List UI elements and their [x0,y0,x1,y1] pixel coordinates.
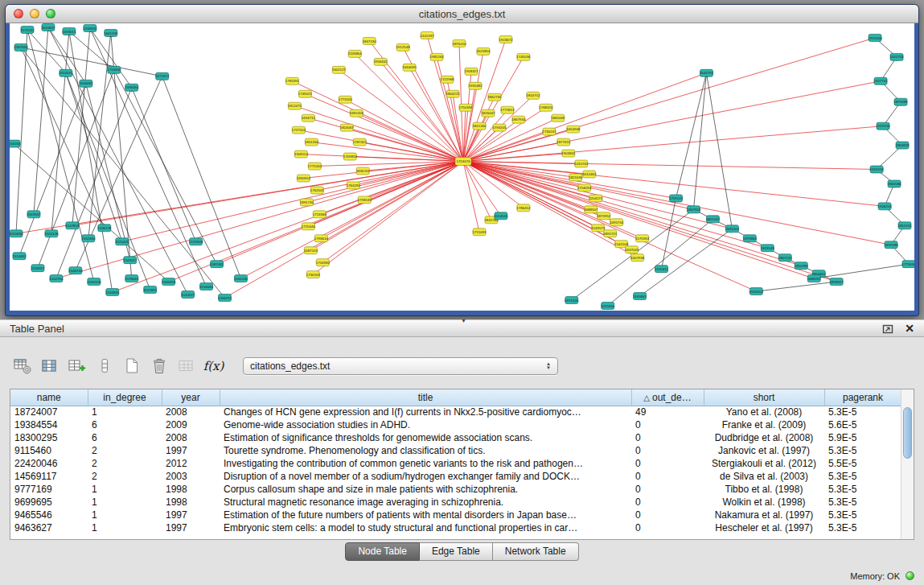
graph-node[interactable]: 1826047 [481,109,495,117]
graph-node[interactable]: 1602127 [332,66,347,73]
graph-edge[interactable] [56,162,463,279]
graph-node[interactable]: 1873952 [597,212,611,220]
tab-network-table[interactable]: Network Table [493,542,579,561]
graph-node[interactable]: 1903841 [561,150,576,157]
graph-edge[interactable] [225,162,463,299]
graph-node[interactable]: 1958327 [464,68,478,75]
graph-edge[interactable] [359,142,463,162]
delete-table-button[interactable] [148,356,170,377]
graph-edge[interactable] [16,30,27,233]
graph-node[interactable]: 1558317 [31,265,45,272]
graph-edge[interactable] [608,219,713,306]
graph-node[interactable]: 1010742 [574,160,589,167]
graph-node[interactable]: 1514545 [494,212,508,220]
graph-edge[interactable] [66,73,122,241]
graph-node[interactable]: 1847920 [687,206,701,213]
graph-node[interactable]: 1502764 [49,275,64,282]
graph-node[interactable]: 1810983 [795,262,809,270]
graph-node[interactable]: 1981263 [430,53,445,60]
graph-node[interactable]: 2023854 [476,47,491,55]
graph-hub-node[interactable]: 1724074 [455,158,471,166]
graph-node[interactable]: 1558432 [83,24,97,31]
graph-node[interactable]: 1891537 [706,216,721,223]
memory-status-indicator[interactable] [906,571,914,580]
graph-node[interactable]: 1693015 [62,27,76,35]
graph-node[interactable]: 1879861 [743,235,758,242]
table-mode-button[interactable] [11,356,33,377]
graph-node[interactable]: 1773056 [901,261,914,268]
graph-node[interactable]: 1862730 [487,93,502,101]
graph-node[interactable]: 1804215 [446,90,460,97]
graph-node[interactable]: 1522691 [143,286,158,294]
graph-edge[interactable] [317,162,463,191]
graph-node[interactable]: 1956342 [374,58,388,65]
graph-edge[interactable] [122,162,463,242]
graph-node[interactable]: 1897588 [885,241,899,249]
graph-edge[interactable] [21,47,162,76]
graph-edge[interactable] [756,282,836,291]
graph-edge[interactable] [356,113,463,162]
graph-node[interactable]: 1775342 [308,163,322,170]
graph-node[interactable]: 1543017 [123,257,138,264]
graph-node[interactable]: 2052031 [59,69,73,76]
graph-node[interactable]: 1169847 [633,293,647,300]
graph-node[interactable]: 1824067 [340,124,355,131]
graph-node[interactable]: 1730247 [542,128,556,135]
graph-node[interactable]: 1903672 [499,35,513,43]
minimize-window-button[interactable] [30,9,39,19]
network-canvas[interactable]: 1724074178539117490211812475169471217275… [10,23,914,311]
graph-edge[interactable] [463,162,891,245]
graph-edge[interactable] [814,264,909,278]
graph-node[interactable]: 1915918 [870,166,885,173]
table-row[interactable]: 1938455462009Genome-wide association stu… [10,418,901,431]
graph-node[interactable]: 1598251 [218,295,232,302]
graph-node[interactable]: 1823549 [761,245,775,252]
graph-node[interactable]: 1534826 [105,289,120,296]
graph-edge[interactable] [463,126,883,162]
graph-edge[interactable] [90,28,207,286]
graph-node[interactable]: 1727503 [292,126,306,134]
graph-node[interactable]: 1848291 [807,275,822,282]
graph-node[interactable]: 1637045 [625,246,639,253]
graph-node[interactable]: 2204173 [589,195,603,202]
table-vertical-scrollbar[interactable] [901,389,914,539]
graph-node[interactable]: 1590158 [87,278,101,286]
graph-edge[interactable] [463,120,519,162]
graph-node[interactable]: 1715093 [472,229,487,236]
graph-node[interactable]: 1520834 [10,230,23,237]
graph-node[interactable]: 1906253 [878,203,893,210]
graph-node[interactable]: 1814752 [526,92,540,99]
graph-node[interactable]: 1025634 [601,303,615,310]
graph-node[interactable]: 1598260 [125,84,139,91]
graph-node[interactable]: 1547803 [65,222,80,229]
graph-node[interactable]: 1634082 [79,80,93,87]
show-columns-button[interactable] [39,356,60,377]
graph-node[interactable]: 1688507 [584,206,598,213]
graph-node[interactable]: 1821630 [569,174,583,181]
graph-node[interactable]: 1722968 [441,76,455,83]
tab-edge-table[interactable]: Edge Table [420,542,493,561]
table-row[interactable]: 977716911998Corpus callosum shape and si… [10,483,901,496]
graph-node[interactable]: 1970412 [655,266,669,273]
table-selector-dropdown[interactable]: citations_edges.txt ▲▼ [243,357,558,375]
graph-node[interactable]: 1835204 [725,225,740,233]
table-row[interactable]: 2242004622012Investigating the contribut… [10,457,901,470]
graph-node[interactable]: 1919156 [877,122,891,130]
table-row[interactable]: 969969511998Structural magnetic resonanc… [10,496,901,509]
graph-node[interactable]: 1867215 [778,254,793,262]
graph-node[interactable]: 1610463 [582,171,597,178]
graph-node[interactable]: 1575908 [189,238,203,245]
graph-node[interactable]: 1575963 [635,235,650,242]
graph-node[interactable]: 1575231 [20,26,35,33]
graph-node[interactable]: 2226804 [348,50,363,57]
graph-node[interactable]: 1022753 [890,53,905,60]
graph-node[interactable]: 1725440 [302,223,316,230]
splitter-handle[interactable]: ▾ [462,317,466,324]
graph-node[interactable]: 1836741 [356,167,371,175]
graph-node[interactable]: 1775813 [500,106,515,113]
graph-edge[interactable] [313,162,463,275]
graph-node[interactable]: 1566358 [162,278,176,286]
graph-node[interactable]: 1570425 [115,238,129,245]
graph-node[interactable]: 1495734 [610,219,624,226]
graph-edge[interactable] [706,73,732,229]
